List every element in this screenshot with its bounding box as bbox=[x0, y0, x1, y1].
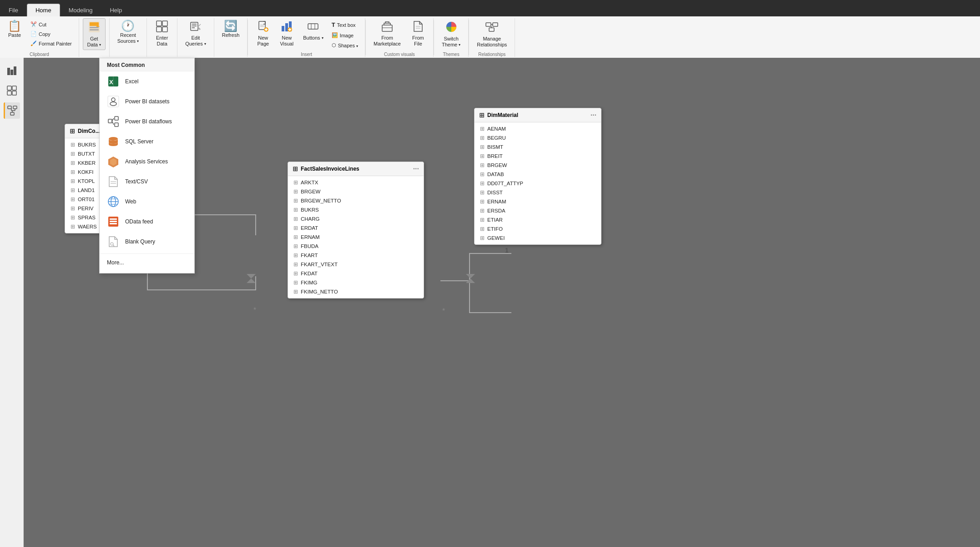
shapes-icon: ⬡ bbox=[332, 42, 336, 48]
field-icon: ⊞ bbox=[480, 144, 485, 150]
table-row: ⊞ ERDAT bbox=[288, 223, 424, 233]
excel-item[interactable]: X Excel bbox=[100, 71, 194, 91]
analysis-services-item[interactable]: Analysis Services bbox=[100, 152, 194, 172]
svg-rect-22 bbox=[285, 23, 288, 31]
from-file-icon bbox=[412, 20, 424, 34]
table-row: ⊞ DISST bbox=[475, 188, 601, 197]
table-row: ⊞ FKART bbox=[288, 251, 424, 260]
table-grid-icon: ⊞ bbox=[70, 127, 75, 135]
cut-button[interactable]: ✂️ Cut bbox=[27, 20, 75, 29]
shapes-button[interactable]: ⬡ Shapes ▾ bbox=[328, 41, 361, 50]
format-painter-button[interactable]: 🖌️ Format Painter bbox=[27, 39, 75, 48]
new-page-icon bbox=[257, 20, 269, 34]
get-data-icon bbox=[88, 20, 101, 35]
tab-file[interactable]: File bbox=[0, 4, 27, 16]
field-icon: ⊞ bbox=[480, 171, 485, 177]
svg-rect-3 bbox=[90, 29, 99, 30]
svg-marker-61 bbox=[466, 274, 475, 279]
dimmaterial-table: ⊞ DimMaterial ··· ⊞ AENAM ⊞ BEGRU ⊞ BISM… bbox=[474, 108, 601, 245]
svg-rect-47 bbox=[8, 106, 11, 109]
svg-rect-45 bbox=[7, 91, 11, 95]
svg-marker-60 bbox=[247, 279, 256, 283]
format-painter-icon: 🖌️ bbox=[30, 41, 37, 46]
custom-visuals-group: FromMarketplace FromFile Custom visuals bbox=[366, 18, 434, 57]
manage-relationships-button[interactable]: ManageRelationships bbox=[473, 18, 511, 50]
more-button[interactable]: More... bbox=[100, 256, 194, 269]
field-icon: ⊞ bbox=[293, 234, 298, 240]
table-row: ⊞ ERSDA bbox=[475, 206, 601, 215]
tab-home[interactable]: Home bbox=[27, 4, 60, 16]
paste-button[interactable]: 📋 Paste bbox=[4, 18, 25, 41]
svg-line-89 bbox=[113, 245, 114, 246]
table-row: ⊞ DATAB bbox=[475, 170, 601, 179]
svg-rect-30 bbox=[382, 25, 392, 31]
svg-rect-44 bbox=[12, 86, 16, 90]
manage-relationships-icon bbox=[485, 20, 498, 35]
svg-text:*: * bbox=[253, 306, 256, 314]
svg-line-73 bbox=[112, 121, 114, 125]
get-data-button[interactable]: GetData ▾ bbox=[83, 18, 106, 50]
field-icon: ⊞ bbox=[293, 207, 298, 213]
sidebar-icon-model[interactable] bbox=[4, 102, 20, 119]
powerbi-dataflows-item[interactable]: Power BI dataflows bbox=[100, 111, 194, 132]
svg-line-13 bbox=[198, 24, 201, 27]
new-visual-button[interactable]: NewVisual bbox=[275, 18, 298, 49]
odata-item[interactable]: OData feed bbox=[100, 212, 194, 232]
excel-icon: X bbox=[107, 75, 120, 88]
copy-button[interactable]: 📄 Copy bbox=[27, 30, 75, 38]
dimmaterial-menu[interactable]: ··· bbox=[591, 111, 596, 119]
field-icon: ⊞ bbox=[480, 198, 485, 205]
sidebar-icon-data[interactable] bbox=[4, 82, 20, 99]
text-csv-item[interactable]: Text/CSV bbox=[100, 172, 194, 192]
text-box-icon: T bbox=[332, 21, 335, 28]
field-icon: ⊞ bbox=[71, 142, 75, 148]
table-row: ⊞ BUKRS bbox=[288, 205, 424, 214]
table-row: ⊞ FKDAT bbox=[288, 269, 424, 278]
svg-rect-48 bbox=[13, 106, 17, 109]
switch-theme-button[interactable]: SwitchTheme ▾ bbox=[438, 18, 465, 50]
field-icon: ⊞ bbox=[480, 153, 485, 159]
field-icon: ⊞ bbox=[480, 180, 485, 187]
svg-rect-40 bbox=[7, 68, 10, 75]
from-file-button[interactable]: FromFile bbox=[407, 18, 429, 49]
powerbi-datasets-item[interactable]: Power BI datasets bbox=[100, 91, 194, 111]
svg-rect-41 bbox=[10, 70, 13, 75]
relationships-group: ManageRelationships Relationships bbox=[469, 18, 515, 57]
recent-sources-button[interactable]: 🕐 RecentSources ▾ bbox=[113, 18, 143, 46]
edit-queries-button[interactable]: EditQueries ▾ bbox=[181, 18, 210, 49]
svg-rect-2 bbox=[90, 27, 99, 28]
sidebar-icon-report[interactable] bbox=[4, 62, 20, 79]
svg-rect-70 bbox=[115, 116, 118, 120]
refresh-button[interactable]: 🔄 Refresh bbox=[218, 18, 244, 41]
field-icon: ⊞ bbox=[71, 205, 75, 212]
image-button[interactable]: 🖼️ Image bbox=[328, 31, 361, 40]
table-row: ⊞ FBUDA bbox=[288, 242, 424, 251]
table-row: ⊞ ETIFO bbox=[475, 224, 601, 233]
field-icon: ⊞ bbox=[293, 179, 298, 186]
svg-rect-46 bbox=[12, 91, 16, 95]
web-item[interactable]: Web bbox=[100, 192, 194, 212]
svg-rect-71 bbox=[115, 123, 118, 127]
enter-data-icon bbox=[156, 20, 168, 34]
table-row: ⊞ ERNAM bbox=[288, 233, 424, 242]
table-row: ⊞ BRGEW bbox=[288, 187, 424, 196]
field-icon: ⊞ bbox=[293, 270, 298, 277]
from-marketplace-button[interactable]: FromMarketplace bbox=[369, 18, 405, 49]
field-icon: ⊞ bbox=[480, 235, 485, 241]
svg-point-68 bbox=[110, 102, 116, 106]
field-icon: ⊞ bbox=[71, 214, 75, 221]
new-page-button[interactable]: NewPage bbox=[252, 18, 274, 49]
blank-query-icon bbox=[107, 235, 120, 248]
table-row: ⊞ BRGEW_NETTO bbox=[288, 196, 424, 205]
field-icon: ⊞ bbox=[480, 189, 485, 196]
dimmaterial-fields: ⊞ AENAM ⊞ BEGRU ⊞ BISMT ⊞ BREIT ⊞ BRGEW … bbox=[475, 122, 601, 244]
blank-query-item[interactable]: Blank Query bbox=[100, 232, 194, 252]
factsales-menu[interactable]: ··· bbox=[413, 165, 419, 173]
buttons-button[interactable]: Buttons ▾ bbox=[299, 18, 327, 43]
enter-data-button[interactable]: EnterData bbox=[151, 18, 173, 49]
tab-modeling[interactable]: Modeling bbox=[60, 4, 101, 16]
svg-text:*: * bbox=[442, 307, 445, 315]
text-box-button[interactable]: T Text box bbox=[328, 20, 361, 30]
tab-help[interactable]: Help bbox=[101, 4, 131, 16]
sql-server-item[interactable]: SQL Server bbox=[100, 132, 194, 152]
